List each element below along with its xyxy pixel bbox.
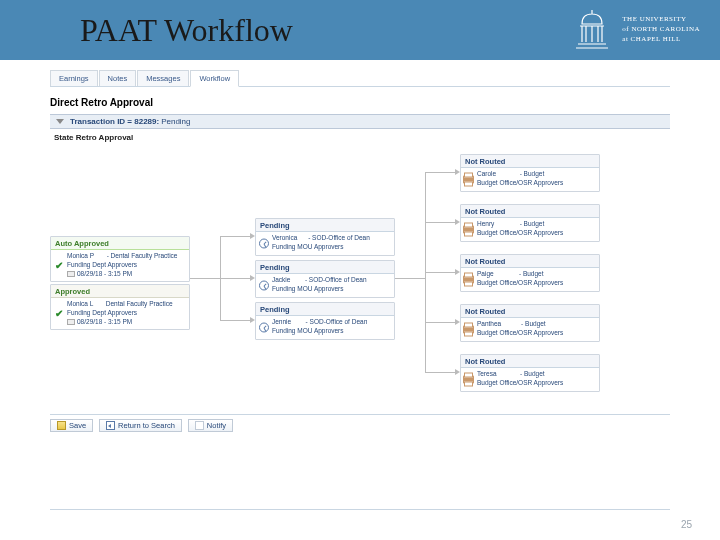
box-header: Not Routed [461,205,599,218]
notify-button[interactable]: Notify [188,419,233,432]
box-header: Not Routed [461,255,599,268]
footer-divider [50,509,670,510]
connector [220,236,250,237]
box-body: ✔ Monica P - Dental Faculty Practice Fun… [51,250,189,281]
box-approved: Approved ✔ Monica L Dental Faculty Pract… [50,284,190,330]
connector [425,222,455,223]
box-header: Auto Approved [51,237,189,250]
box-body: Jennie - SOD-Office of Dean Funding MOU … [256,316,394,339]
box-body: Carole - Budget Budget Office/OSR Approv… [461,168,599,191]
subsection-title: State Retro Approval [54,133,670,142]
tab-bar: Earnings Notes Messages Workflow [50,70,670,87]
unc-dome-icon [572,8,612,52]
tab-messages[interactable]: Messages [137,70,189,86]
connector [220,320,250,321]
box-header: Pending [256,261,394,274]
box-body: Paige - Budget Budget Office/OSR Approve… [461,268,599,291]
page-number: 25 [681,519,692,530]
section-title: Direct Retro Approval [50,97,670,108]
university-text: THE UNIVERSITY of NORTH CAROLINA at CHAP… [622,15,700,44]
calendar-icon [67,271,75,277]
action-bar: Save Return to Search Notify [50,414,670,432]
connector [425,372,455,373]
box-header: Not Routed [461,305,599,318]
collapse-caret-icon[interactable] [56,119,64,124]
connector [395,278,425,279]
box-notrouted-4: Not Routed Panthea - Budget Budget Offic… [460,304,600,342]
printer-icon [463,274,474,285]
box-body: Panthea - Budget Budget Office/OSR Appro… [461,318,599,341]
printer-icon [463,374,474,385]
return-icon [106,421,115,430]
tab-workflow[interactable]: Workflow [190,70,239,87]
notify-label: Notify [207,421,226,430]
box-header: Pending [256,219,394,232]
check-icon: ✔ [53,308,64,319]
clock-icon [258,238,269,249]
content-area: Earnings Notes Messages Workflow Direct … [0,60,720,432]
return-to-search-button[interactable]: Return to Search [99,419,182,432]
box-pending-3: Pending Jennie - SOD-Office of Dean Fund… [255,302,395,340]
transaction-id-label: Transaction ID = 82289: [70,117,159,126]
box-notrouted-3: Not Routed Paige - Budget Budget Office/… [460,254,600,292]
box-pending-1: Pending Veronica - SOD-Office of Dean Fu… [255,218,395,256]
save-button[interactable]: Save [50,419,93,432]
transaction-status: Pending [161,117,190,126]
box-body: Veronica - SOD-Office of Dean Funding MO… [256,232,394,255]
connector [425,272,455,273]
box-header: Not Routed [461,355,599,368]
univ-line2: of NORTH CAROLINA [622,25,700,35]
transaction-bar[interactable]: Transaction ID = 82289: Pending [50,114,670,129]
page-title: PAAT Workflow [80,12,293,49]
box-auto-approved: Auto Approved ✔ Monica P - Dental Facult… [50,236,190,282]
calendar-icon [67,319,75,325]
connector [190,278,220,279]
save-label: Save [69,421,86,430]
box-header: Pending [256,303,394,316]
printer-icon [463,324,474,335]
box-notrouted-5: Not Routed Teresa - Budget Budget Office… [460,354,600,392]
box-notrouted-2: Not Routed Henry - Budget Budget Office/… [460,204,600,242]
box-body: ✔ Monica L Dental Faculty Practice Fundi… [51,298,189,329]
save-icon [57,421,66,430]
box-pending-2: Pending Jackie - SOD-Office of Dean Fund… [255,260,395,298]
box-body: Teresa - Budget Budget Office/OSR Approv… [461,368,599,391]
box-header: Approved [51,285,189,298]
printer-icon [463,224,474,235]
slide-header: PAAT Workflow THE UNIVERSITY of NORTH CA… [0,0,720,60]
printer-icon [463,174,474,185]
connector [425,322,455,323]
univ-line1: THE UNIVERSITY [622,15,700,25]
university-logo: THE UNIVERSITY of NORTH CAROLINA at CHAP… [572,8,700,52]
return-label: Return to Search [118,421,175,430]
connector [425,172,455,173]
univ-line3: at CHAPEL HILL [622,35,700,45]
tab-earnings[interactable]: Earnings [50,70,98,86]
clock-icon [258,280,269,291]
box-notrouted-1: Not Routed Carole - Budget Budget Office… [460,154,600,192]
check-icon: ✔ [53,260,64,271]
connector [220,278,250,279]
notify-icon [195,421,204,430]
clock-icon [258,322,269,333]
tab-notes[interactable]: Notes [99,70,137,86]
box-body: Jackie - SOD-Office of Dean Funding MOU … [256,274,394,297]
workflow-diagram: Auto Approved ✔ Monica P - Dental Facult… [50,148,670,408]
box-body: Henry - Budget Budget Office/OSR Approve… [461,218,599,241]
box-header: Not Routed [461,155,599,168]
